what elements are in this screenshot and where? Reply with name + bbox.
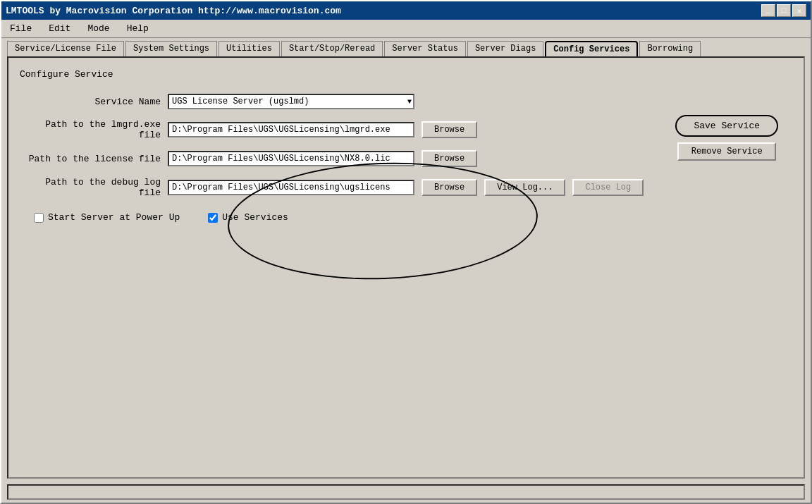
menu-edit[interactable]: Edit — [46, 22, 73, 35]
menu-help[interactable]: Help — [124, 22, 152, 35]
path-lmgrd-label: Path to the lmgrd.exe file — [20, 119, 161, 140]
checkbox-area: Start Server at Power Up Use Services — [20, 212, 792, 223]
close-button[interactable]: ✕ — [792, 4, 806, 17]
service-name-label: Service Name — [20, 97, 161, 107]
service-name-select[interactable]: UGS License Server (ugslmd) — [168, 94, 414, 109]
window-title: LMTOOLS by Macrovision Corporation http:… — [6, 6, 341, 16]
save-service-button[interactable]: Save Service — [675, 115, 778, 137]
tab-config-services[interactable]: Config Services — [545, 41, 638, 56]
path-debug-row: Path to the debug log file Browse View L… — [20, 177, 792, 198]
path-license-input[interactable] — [168, 151, 414, 166]
path-lmgrd-input[interactable] — [168, 122, 414, 137]
title-bar-buttons: _ □ ✕ — [761, 4, 806, 17]
tab-bar: Service/License File System Settings Uti… — [1, 38, 811, 56]
main-window: LMTOOLS by Macrovision Corporation http:… — [0, 0, 812, 504]
browse-debug-button[interactable]: Browse — [422, 179, 477, 196]
start-server-checkbox[interactable] — [34, 213, 44, 223]
menu-file[interactable]: File — [7, 22, 35, 35]
view-log-button[interactable]: View Log... — [484, 179, 565, 196]
tab-server-diags[interactable]: Server Diags — [467, 41, 543, 56]
status-bar — [7, 484, 805, 500]
service-name-select-wrapper: UGS License Server (ugslmd) — [168, 94, 414, 109]
title-bar: LMTOOLS by Macrovision Corporation http:… — [1, 1, 811, 20]
start-server-label: Start Server at Power Up — [48, 212, 180, 223]
right-buttons-area: Save Service Remove Service — [675, 115, 778, 161]
tab-utilities[interactable]: Utilities — [219, 41, 280, 56]
form-area: Service Name UGS License Server (ugslmd)… — [20, 94, 792, 223]
tab-server-status[interactable]: Server Status — [384, 41, 466, 56]
path-debug-label: Path to the debug log file — [20, 177, 161, 198]
path-debug-input[interactable] — [168, 180, 414, 195]
close-log-button[interactable]: Close Log — [572, 179, 644, 196]
tab-system-settings[interactable]: System Settings — [125, 41, 217, 56]
minimize-button[interactable]: _ — [761, 4, 775, 17]
tab-service-license-file[interactable]: Service/License File — [7, 41, 124, 56]
use-services-item: Use Services — [208, 212, 288, 223]
browse-license-button[interactable]: Browse — [422, 150, 477, 167]
path-license-label: Path to the license file — [20, 154, 161, 164]
tab-borrowing[interactable]: Borrowing — [639, 41, 701, 56]
tab-start-stop-reread[interactable]: Start/Stop/Reread — [281, 41, 383, 56]
menu-mode[interactable]: Mode — [85, 22, 112, 35]
maximize-button[interactable]: □ — [777, 4, 791, 17]
remove-service-button[interactable]: Remove Service — [677, 142, 776, 161]
start-server-item: Start Server at Power Up — [34, 212, 180, 223]
menu-bar: File Edit Mode Help — [1, 20, 811, 38]
use-services-label: Use Services — [222, 212, 288, 223]
browse-lmgrd-button[interactable]: Browse — [422, 121, 477, 138]
use-services-checkbox[interactable] — [208, 213, 218, 223]
main-content-panel: Configure Service Service Name UGS Licen… — [7, 56, 805, 479]
section-title: Configure Service — [20, 69, 792, 80]
service-name-row: Service Name UGS License Server (ugslmd) — [20, 94, 792, 109]
